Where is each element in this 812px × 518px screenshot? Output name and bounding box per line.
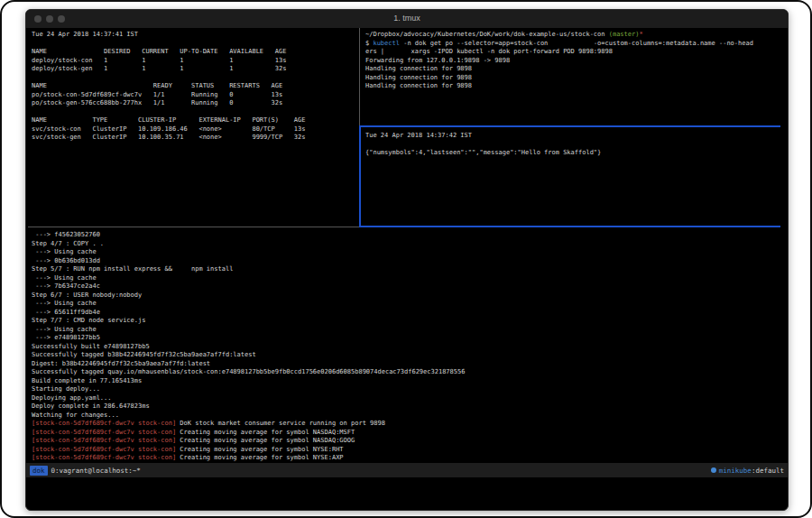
kube-context-label: minikube [719,467,752,475]
kubernetes-icon [711,467,716,473]
pane-port-forward-shell[interactable]: ~/Dropbox/advocacy/Kubernetes/DoK/work/d… [361,28,789,128]
pane-curl-output-active[interactable]: Tue 24 Apr 2018 14:37:42 IST {"numsymbol… [361,127,785,230]
tmux-status-bar: dok 0:vagrant@localhost:~* minikube :def… [26,463,788,477]
pane-divider-horizontal[interactable] [28,227,359,227]
active-pane-border-bottom[interactable] [359,226,780,227]
pane-skaffold-build-log[interactable]: ---> f45623052760Step 4/7 : COPY . . ---… [26,228,788,466]
desktop-background: 1. tmux Tue 24 Apr 2018 14:37:41 IST NAM… [0,0,812,518]
kube-namespace-label: :default [752,467,784,475]
pane-kubectl-watch[interactable]: Tue 24 Apr 2018 14:37:41 IST NAME DESIRE… [26,28,364,230]
window-titlebar[interactable]: 1. tmux [26,10,788,29]
tmux-window-item[interactable]: 0:vagrant@localhost:~* [51,467,141,475]
tmux-session-badge[interactable]: dok [30,466,48,476]
window-title: 1. tmux [26,14,788,23]
pane-divider-vertical[interactable] [359,28,360,125]
terminal-window: 1. tmux Tue 24 Apr 2018 14:37:41 IST NAM… [25,9,789,511]
